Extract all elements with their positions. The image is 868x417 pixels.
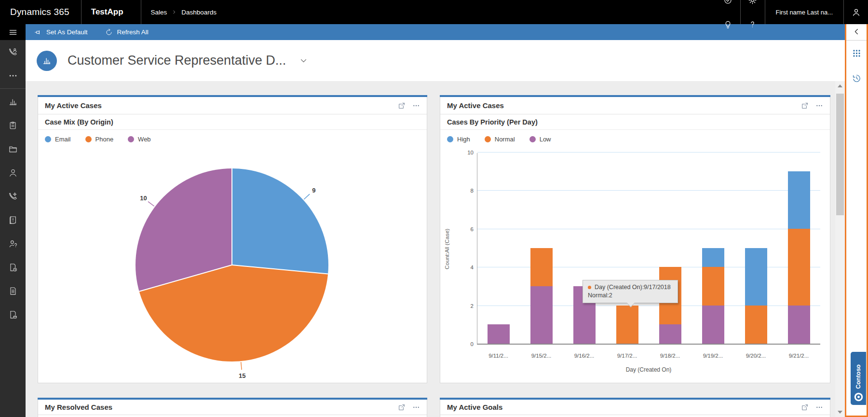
contoso-logo-icon xyxy=(854,392,864,402)
bar-segment-normal[interactable] xyxy=(530,248,553,286)
bar-segment-normal[interactable] xyxy=(616,306,638,344)
breadcrumb-separator xyxy=(172,10,176,14)
scroll-down-arrow[interactable] xyxy=(835,408,845,416)
app-name[interactable]: TestApp xyxy=(81,7,141,17)
legend-item-phone[interactable]: Phone xyxy=(85,136,114,143)
legend-dot xyxy=(45,136,51,142)
history-button[interactable] xyxy=(846,66,867,91)
contoso-brand-tab[interactable]: Contoso xyxy=(851,352,866,405)
accounts-icon xyxy=(8,144,18,154)
sidebar-item-dashboards[interactable] xyxy=(0,90,26,113)
bar-9202[interactable] xyxy=(745,248,767,344)
sidebar-item-queues[interactable] xyxy=(0,232,26,255)
bar-segment-low[interactable] xyxy=(788,306,810,344)
ellipsis-icon xyxy=(412,102,420,110)
card-menu-button[interactable] xyxy=(412,102,420,110)
popout-chart-button[interactable] xyxy=(398,102,406,110)
bar-segment-low[interactable] xyxy=(488,324,510,344)
bar-segment-low[interactable] xyxy=(659,324,681,344)
hamburger-button[interactable] xyxy=(8,28,18,37)
plot-area: Day (Created On):9/17/2018 Normal:2 0246… xyxy=(477,153,820,345)
sidebar-item-activities[interactable] xyxy=(0,113,26,137)
bar-9182[interactable] xyxy=(659,267,681,344)
more-icon xyxy=(8,71,18,81)
new-record-icon xyxy=(723,44,732,53)
popout-chart-button[interactable] xyxy=(398,403,406,411)
y-tick-label: 6 xyxy=(459,226,474,232)
bar-segment-high[interactable] xyxy=(788,171,810,229)
legend-item-web[interactable]: Web xyxy=(128,136,151,143)
bar-segment-normal[interactable] xyxy=(702,267,724,305)
scroll-up-arrow[interactable] xyxy=(835,82,845,90)
sidebar-item-reports[interactable] xyxy=(0,255,26,279)
vertical-scrollbar[interactable] xyxy=(835,81,845,417)
bars-row xyxy=(477,153,820,344)
bar-9172[interactable] xyxy=(616,306,638,344)
bar-segment-high[interactable] xyxy=(702,248,724,267)
bar-9212[interactable] xyxy=(788,171,810,344)
card-menu-button[interactable] xyxy=(815,403,823,411)
breadcrumb-item-dashboards[interactable]: Dashboards xyxy=(181,9,217,16)
sidebar-item-phone-calls[interactable] xyxy=(0,184,26,208)
bar-segment-normal[interactable] xyxy=(745,306,767,344)
settings-button[interactable] xyxy=(741,0,765,12)
dynamics-365-brand[interactable]: Dynamics 365 xyxy=(0,7,81,17)
bar-segment-low[interactable] xyxy=(530,286,553,344)
y-tick-label: 10 xyxy=(459,150,474,155)
card-my-active-cases-pie: My Active Cases Case Mix (By Origin) Ema… xyxy=(38,96,427,383)
quick-actions-button[interactable] xyxy=(716,0,740,12)
collapse-panel-button[interactable] xyxy=(846,23,867,41)
sidebar-item-phone-contact[interactable] xyxy=(0,40,26,64)
x-tick-label: 9/15/2... xyxy=(522,353,561,359)
legend-item-normal[interactable]: Normal xyxy=(485,136,515,143)
legend-item-low[interactable]: Low xyxy=(529,136,551,143)
sidebar-item-cases[interactable] xyxy=(0,208,26,232)
top-navigation-bar: Dynamics 365 TestApp SalesDashboards Fir… xyxy=(0,0,868,24)
bar-segment-high[interactable] xyxy=(745,248,767,306)
sidebar-item-contacts[interactable] xyxy=(0,161,26,184)
sidebar-item-knowledge[interactable] xyxy=(0,303,26,326)
card-title: My Resolved Cases xyxy=(45,403,112,411)
command-label: Set As Default xyxy=(46,28,88,36)
bar-9112[interactable] xyxy=(488,324,510,344)
popout-chart-button[interactable] xyxy=(801,403,809,411)
breadcrumb-item-sales[interactable]: Sales xyxy=(151,9,167,16)
refresh-all-button[interactable]: Refresh All xyxy=(96,24,157,40)
popout-icon xyxy=(801,102,809,110)
legend-item-email[interactable]: Email xyxy=(45,136,71,143)
dashboard-selector-button[interactable] xyxy=(299,56,308,65)
scrollbar-thumb[interactable] xyxy=(836,94,844,215)
hamburger-cell xyxy=(0,24,26,40)
card-menu-button[interactable] xyxy=(815,102,823,110)
popout-chart-button[interactable] xyxy=(801,102,809,110)
right-side-panel: Contoso xyxy=(845,22,868,417)
user-name[interactable]: First name Last na... xyxy=(765,9,844,16)
popout-icon xyxy=(801,403,809,411)
sidebar-item-accounts[interactable] xyxy=(0,137,26,161)
bar-9192[interactable] xyxy=(702,248,724,344)
person-icon xyxy=(852,8,861,17)
card-header: My Resolved Cases xyxy=(38,400,427,415)
app-switcher-button[interactable] xyxy=(846,41,867,66)
y-tick-label: 2 xyxy=(459,303,474,309)
bar-segment-low[interactable] xyxy=(702,306,724,344)
sidebar-item-articles[interactable] xyxy=(0,279,26,303)
new-record-button[interactable] xyxy=(716,36,740,60)
sidebar-item-more[interactable] xyxy=(0,64,26,87)
legend-item-high[interactable]: High xyxy=(447,136,470,143)
lightbulb-button[interactable] xyxy=(716,12,740,36)
set-as-default-button[interactable]: Set As Default xyxy=(26,24,96,40)
bar-chart[interactable]: Count:All (Case) Day (Created On):9/17/2… xyxy=(440,148,830,383)
bar-9152[interactable] xyxy=(530,248,553,344)
x-tick-label: 9/16/2... xyxy=(565,353,604,359)
card-menu-button[interactable] xyxy=(412,403,420,411)
x-tick-label: 9/20/2... xyxy=(737,353,775,359)
x-tick-label: 9/11/2... xyxy=(479,353,518,359)
pie-graphic[interactable] xyxy=(136,168,328,361)
page-title[interactable]: Customer Service Representative D... xyxy=(68,53,286,68)
card-title: My Active Cases xyxy=(45,101,102,110)
pie-chart[interactable]: 91510 xyxy=(38,148,427,383)
bar-segment-normal[interactable] xyxy=(788,229,810,306)
help-button[interactable] xyxy=(741,12,765,36)
user-profile-button[interactable] xyxy=(844,0,868,24)
